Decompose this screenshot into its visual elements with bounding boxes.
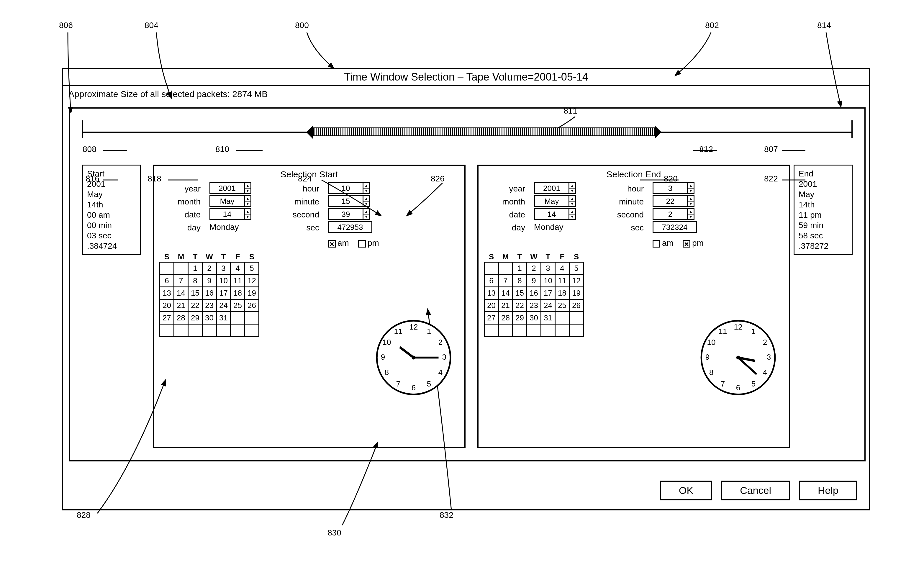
- calendar-cell[interactable]: 21: [498, 299, 513, 312]
- calendar-cell[interactable]: 28: [498, 312, 513, 324]
- up-icon[interactable]: ▲: [569, 183, 575, 188]
- calendar-cell[interactable]: [569, 324, 584, 337]
- up-icon[interactable]: ▲: [363, 183, 369, 188]
- calendar-cell[interactable]: 5: [569, 262, 584, 275]
- calendar-cell[interactable]: 23: [527, 299, 541, 312]
- calendar-cell[interactable]: 25: [555, 299, 569, 312]
- calendar-cell[interactable]: 11: [231, 275, 245, 287]
- calendar-cell[interactable]: 28: [174, 312, 188, 324]
- calendar-cell[interactable]: [160, 324, 174, 337]
- calendar-cell[interactable]: 30: [527, 312, 541, 324]
- start-month-spinner[interactable]: May▲▼: [210, 195, 251, 207]
- end-month-spinner[interactable]: May▲▼: [534, 195, 576, 207]
- start-am-checkbox[interactable]: [328, 240, 336, 248]
- calendar-cell[interactable]: 7: [174, 275, 188, 287]
- calendar-cell[interactable]: 27: [160, 312, 174, 324]
- calendar-cell[interactable]: 16: [527, 287, 541, 299]
- calendar-cell[interactable]: 29: [513, 312, 527, 324]
- down-icon[interactable]: ▼: [688, 188, 694, 193]
- up-icon[interactable]: ▲: [688, 183, 694, 188]
- calendar-cell[interactable]: 31: [541, 312, 555, 324]
- down-icon[interactable]: ▼: [569, 188, 575, 193]
- up-icon[interactable]: ▲: [363, 209, 369, 215]
- calendar-cell[interactable]: 23: [202, 299, 216, 312]
- calendar-cell[interactable]: [174, 262, 188, 275]
- end-am-checkbox[interactable]: [653, 240, 660, 248]
- start-minute-spinner[interactable]: 15▲▼: [328, 195, 370, 207]
- up-icon[interactable]: ▲: [245, 183, 251, 188]
- calendar-cell[interactable]: [188, 324, 202, 337]
- calendar-cell[interactable]: 8: [513, 275, 527, 287]
- calendar-cell[interactable]: 11: [555, 275, 569, 287]
- calendar-cell[interactable]: 29: [188, 312, 202, 324]
- down-icon[interactable]: ▼: [245, 215, 251, 219]
- calendar-cell[interactable]: [231, 312, 245, 324]
- end-calendar[interactable]: SMTWTFS 12345678910111213141516171819202…: [484, 252, 584, 337]
- up-icon[interactable]: ▲: [569, 209, 575, 215]
- calendar-cell[interactable]: [555, 312, 569, 324]
- calendar-cell[interactable]: 1: [188, 262, 202, 275]
- calendar-cell[interactable]: 19: [245, 287, 259, 299]
- calendar-cell[interactable]: 25: [231, 299, 245, 312]
- up-icon[interactable]: ▲: [688, 209, 694, 215]
- end-date-spinner[interactable]: 14▲▼: [534, 208, 576, 220]
- calendar-cell[interactable]: 18: [231, 287, 245, 299]
- end-second-spinner[interactable]: 2▲▼: [653, 208, 695, 220]
- calendar-cell[interactable]: 20: [484, 299, 498, 312]
- start-second-spinner[interactable]: 39▲▼: [328, 208, 370, 220]
- calendar-cell[interactable]: [231, 324, 245, 337]
- start-year-spinner[interactable]: 2001▲▼: [210, 182, 251, 194]
- calendar-cell[interactable]: 18: [555, 287, 569, 299]
- selection-handle-left[interactable]: [306, 126, 313, 139]
- up-icon[interactable]: ▲: [363, 196, 369, 202]
- calendar-cell[interactable]: [555, 324, 569, 337]
- calendar-cell[interactable]: 15: [188, 287, 202, 299]
- down-icon[interactable]: ▼: [363, 215, 369, 219]
- calendar-cell[interactable]: 12: [245, 275, 259, 287]
- end-clock[interactable]: 1212 345 678 91011: [700, 319, 777, 396]
- calendar-cell[interactable]: 26: [569, 299, 584, 312]
- calendar-cell[interactable]: 6: [484, 275, 498, 287]
- calendar-cell[interactable]: [569, 312, 584, 324]
- end-minute-spinner[interactable]: 22▲▼: [653, 195, 695, 207]
- calendar-cell[interactable]: 30: [202, 312, 216, 324]
- up-icon[interactable]: ▲: [245, 196, 251, 202]
- calendar-cell[interactable]: 2: [202, 262, 216, 275]
- selection-handle-right[interactable]: [655, 126, 662, 139]
- start-date-spinner[interactable]: 14▲▼: [210, 208, 251, 220]
- calendar-cell[interactable]: [484, 262, 498, 275]
- calendar-cell[interactable]: 5: [245, 262, 259, 275]
- down-icon[interactable]: ▼: [688, 202, 694, 206]
- calendar-cell[interactable]: 14: [174, 287, 188, 299]
- down-icon[interactable]: ▼: [363, 202, 369, 206]
- calendar-cell[interactable]: 10: [541, 275, 555, 287]
- selection-band[interactable]: [313, 127, 655, 136]
- calendar-cell[interactable]: 10: [216, 275, 231, 287]
- calendar-cell[interactable]: 9: [527, 275, 541, 287]
- calendar-cell[interactable]: [174, 324, 188, 337]
- end-hour-spinner[interactable]: 3▲▼: [653, 182, 695, 194]
- calendar-cell[interactable]: 15: [513, 287, 527, 299]
- calendar-cell[interactable]: [498, 262, 513, 275]
- down-icon[interactable]: ▼: [569, 202, 575, 206]
- calendar-cell[interactable]: 9: [202, 275, 216, 287]
- start-calendar[interactable]: SMTWTFS 12345678910111213141516171819202…: [159, 252, 259, 337]
- calendar-cell[interactable]: 7: [498, 275, 513, 287]
- down-icon[interactable]: ▼: [688, 215, 694, 219]
- calendar-cell[interactable]: 13: [160, 287, 174, 299]
- calendar-cell[interactable]: 27: [484, 312, 498, 324]
- calendar-cell[interactable]: [527, 324, 541, 337]
- calendar-cell[interactable]: 17: [216, 287, 231, 299]
- down-icon[interactable]: ▼: [569, 215, 575, 219]
- calendar-cell[interactable]: 26: [245, 299, 259, 312]
- calendar-cell[interactable]: 19: [569, 287, 584, 299]
- down-icon[interactable]: ▼: [245, 188, 251, 193]
- calendar-cell[interactable]: 3: [216, 262, 231, 275]
- calendar-cell[interactable]: [216, 324, 231, 337]
- calendar-cell[interactable]: 31: [216, 312, 231, 324]
- calendar-cell[interactable]: [498, 324, 513, 337]
- calendar-cell[interactable]: 17: [541, 287, 555, 299]
- up-icon[interactable]: ▲: [569, 196, 575, 202]
- calendar-cell[interactable]: [160, 262, 174, 275]
- down-icon[interactable]: ▼: [363, 188, 369, 193]
